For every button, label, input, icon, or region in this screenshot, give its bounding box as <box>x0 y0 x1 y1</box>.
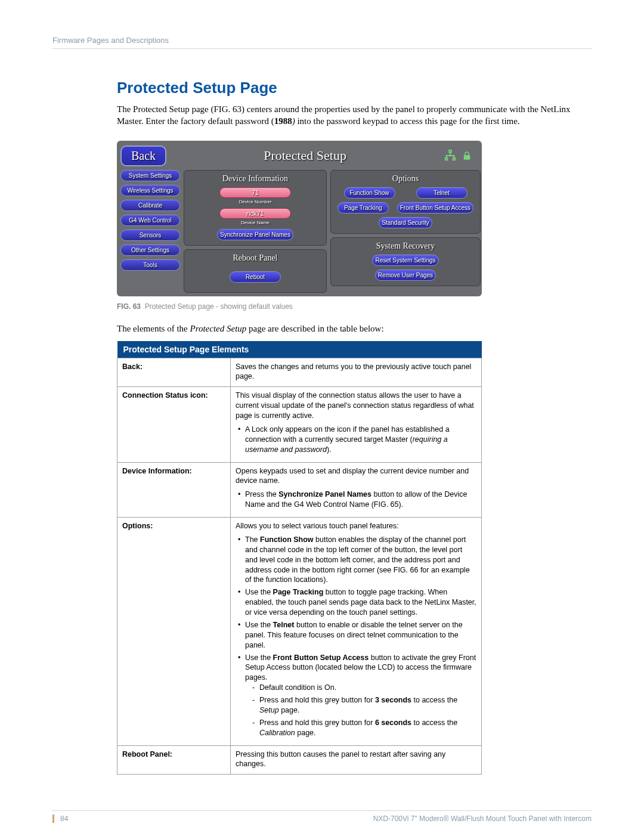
svg-rect-3 <box>464 155 470 160</box>
sidebar-buttons: System Settings Wireless Settings Calibr… <box>120 170 180 293</box>
row-connection-desc: This visual display of the connection st… <box>231 387 482 462</box>
side-btn-calibrate[interactable]: Calibrate <box>120 200 180 211</box>
recovery-title: System Recovery <box>336 241 475 251</box>
table-lead: The elements of the Protected Setup page… <box>117 324 592 334</box>
protected-setup-screenshot: Back Protected Setup System Settings Wir… <box>117 141 482 296</box>
device-name-field[interactable]: rick71 <box>219 208 291 219</box>
device-info-panel: Device Information 71 Device Number rick… <box>184 170 327 246</box>
telnet-button[interactable]: Telnet <box>416 187 467 199</box>
page-number: 84 <box>52 815 68 823</box>
remove-pages-button[interactable]: Remove User Pages <box>375 270 436 281</box>
sync-panel-names-button[interactable]: Synchronize Panel Names <box>217 229 293 240</box>
svg-rect-0 <box>449 150 451 153</box>
row-options-desc: Allows you to select various touch panel… <box>231 518 482 746</box>
intro-paragraph: The Protected Setup page (FIG. 63) cente… <box>117 103 592 128</box>
reboot-panel-title: Reboot Panel <box>189 253 321 263</box>
side-btn-tools[interactable]: Tools <box>120 259 180 271</box>
row-reboot-label: Reboot Panel: <box>117 745 231 775</box>
recovery-panel: System Recovery Reset System Settings Re… <box>330 237 481 286</box>
side-btn-wireless[interactable]: Wireless Settings <box>120 185 180 196</box>
section-heading: Protected Setup Page <box>117 79 592 97</box>
page-footer: 84 NXD-700Vi 7" Modero® Wall/Flush Mount… <box>52 810 592 823</box>
row-options-label: Options: <box>117 518 231 746</box>
row-reboot-desc: Pressing this button causes the panel to… <box>231 745 482 775</box>
lock-icon <box>462 150 472 161</box>
row-device-desc: Opens keypads used to set and display th… <box>231 462 482 518</box>
screenshot-title: Protected Setup <box>166 148 444 163</box>
side-btn-system[interactable]: System Settings <box>120 170 180 181</box>
side-btn-sensors[interactable]: Sensors <box>120 230 180 241</box>
doc-title: NXD-700Vi 7" Modero® Wall/Flush Mount To… <box>80 815 592 823</box>
side-btn-g4web[interactable]: G4 Web Control <box>120 215 180 226</box>
front-button-access-button[interactable]: Front Button Setup Access <box>397 202 473 213</box>
device-name-label: Device Name <box>189 220 321 225</box>
reboot-panel: Reboot Panel Reboot <box>184 249 327 293</box>
back-button[interactable]: Back <box>120 145 166 166</box>
svg-rect-2 <box>453 158 456 160</box>
reset-settings-button[interactable]: Reset System Settings <box>372 255 438 266</box>
device-info-title: Device Information <box>189 174 321 184</box>
options-panel: Options Function Show Telnet Page Tracki… <box>330 170 481 234</box>
function-show-button[interactable]: Function Show <box>344 187 395 199</box>
page-tracking-button[interactable]: Page Tracking <box>338 202 389 213</box>
row-back-desc: Saves the changes and returns you to the… <box>231 358 482 387</box>
figure-caption: FIG. 63 Protected Setup page - showing d… <box>117 302 592 311</box>
row-device-label: Device Information: <box>117 462 231 518</box>
device-number-label: Device Number <box>189 199 321 205</box>
svg-rect-1 <box>445 158 448 160</box>
page-header: Firmware Pages and Descriptions <box>52 36 592 49</box>
elements-table: Protected Setup Page Elements Back: Save… <box>117 341 482 775</box>
options-title: Options <box>336 174 475 184</box>
row-connection-label: Connection Status icon: <box>117 387 231 462</box>
table-title: Protected Setup Page Elements <box>117 341 482 358</box>
side-btn-other[interactable]: Other Settings <box>120 244 180 256</box>
reboot-button[interactable]: Reboot <box>230 271 281 283</box>
standard-security-button[interactable]: Standard Security <box>379 217 432 228</box>
row-back-label: Back: <box>117 358 231 387</box>
device-number-field[interactable]: 71 <box>219 187 291 198</box>
network-icon <box>444 149 457 162</box>
